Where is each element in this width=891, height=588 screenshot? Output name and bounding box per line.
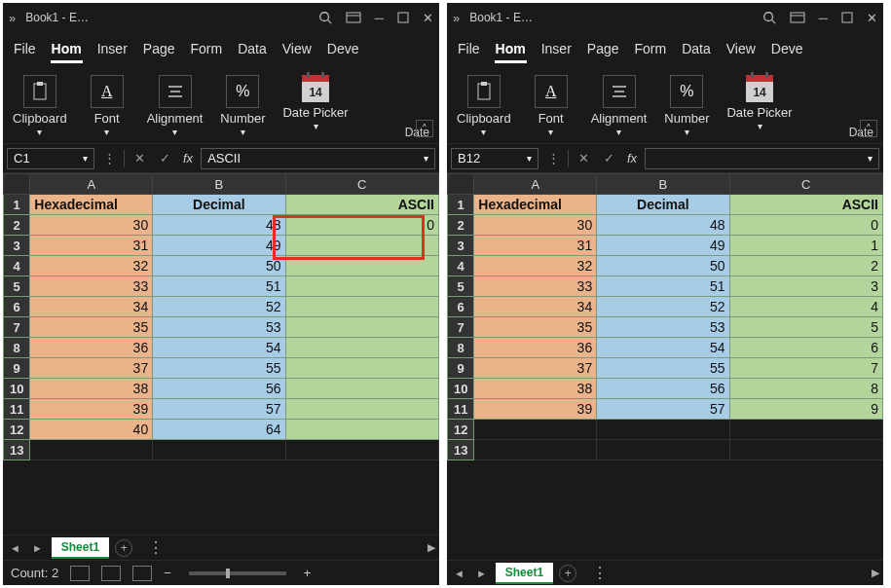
cell[interactable]	[153, 440, 285, 460]
minimize-icon[interactable]: ─	[819, 11, 828, 25]
fx-icon[interactable]: fx	[623, 151, 641, 165]
cell[interactable]: 36	[30, 338, 153, 358]
cell[interactable]: 38	[474, 379, 597, 399]
cell[interactable]: 55	[153, 358, 285, 379]
chevron-down-icon[interactable]: ▾	[616, 127, 621, 137]
cell[interactable]: Hexadecimal	[30, 195, 153, 215]
maximize-icon[interactable]	[397, 12, 409, 23]
maximize-icon[interactable]	[841, 12, 853, 23]
formula-input[interactable]: ▾	[645, 148, 879, 169]
name-box[interactable]: C1▾	[7, 148, 94, 169]
tab-nav-next-icon[interactable]: ►	[473, 568, 490, 579]
spreadsheet-grid[interactable]: ABC1HexadecimalDecimalASCII2304803314914…	[447, 173, 883, 560]
cell[interactable]	[285, 379, 438, 399]
ribbon-group-number[interactable]: % Number ▾	[654, 71, 719, 141]
menu-data[interactable]: Data	[231, 37, 274, 60]
menu-file[interactable]: File	[451, 37, 487, 60]
cell[interactable]	[729, 420, 882, 440]
chevron-down-icon[interactable]: ▾	[172, 127, 177, 137]
ribbon-mode-icon[interactable]	[346, 12, 361, 23]
row-header[interactable]: 12	[4, 420, 30, 440]
cell[interactable]: 8	[729, 379, 882, 399]
minimize-icon[interactable]: ─	[375, 11, 384, 25]
more-icon[interactable]: ⋮	[98, 148, 120, 169]
menu-inser[interactable]: Inser	[535, 37, 578, 60]
row-header[interactable]: 13	[4, 440, 30, 460]
cell[interactable]: 51	[153, 276, 285, 297]
col-header-C[interactable]: C	[285, 174, 438, 195]
cell[interactable]: Decimal	[597, 195, 729, 215]
scroll-right-icon[interactable]: ▶	[872, 567, 879, 579]
fx-icon[interactable]: fx	[179, 151, 197, 165]
row-header[interactable]: 1	[4, 195, 30, 215]
menu-hom[interactable]: Hom	[489, 37, 533, 60]
chevron-down-icon[interactable]: ▾	[868, 153, 872, 164]
cell[interactable]: 1	[729, 236, 882, 256]
row-header[interactable]: 3	[448, 236, 474, 256]
cell[interactable]: 3	[729, 276, 882, 297]
cell[interactable]: 37	[474, 358, 597, 379]
row-header[interactable]: 8	[4, 338, 30, 358]
row-header[interactable]: 7	[4, 317, 30, 338]
cell[interactable]: 35	[474, 317, 597, 338]
cell[interactable]: Decimal	[153, 195, 285, 215]
cell[interactable]	[285, 276, 438, 297]
menu-deve[interactable]: Deve	[320, 37, 366, 60]
cell[interactable]: 32	[30, 256, 153, 276]
ribbon-mode-icon[interactable]	[790, 12, 805, 23]
cell[interactable]: 57	[597, 399, 729, 420]
menu-data[interactable]: Data	[675, 37, 718, 60]
chevron-down-icon[interactable]: ▾	[37, 127, 42, 137]
cell[interactable]: 9	[729, 399, 882, 420]
search-icon[interactable]	[318, 11, 332, 24]
cell[interactable]: 33	[30, 276, 153, 297]
cell[interactable]: 55	[597, 358, 729, 379]
cell[interactable]: 50	[153, 256, 285, 276]
col-header-C[interactable]: C	[729, 174, 882, 195]
cell[interactable]: 48	[597, 215, 729, 236]
zoom-slider[interactable]	[189, 571, 286, 575]
accept-formula-icon[interactable]: ✓	[154, 148, 175, 169]
cell[interactable]: 52	[153, 297, 285, 317]
cell[interactable]	[285, 297, 438, 317]
ribbon-group-clipboard[interactable]: Clipboard ▾	[451, 71, 517, 141]
more-icon[interactable]: ⋮	[592, 564, 608, 582]
cell[interactable]: 56	[597, 379, 729, 399]
chevron-down-icon[interactable]: ▾	[241, 127, 245, 137]
cell[interactable]: ASCII	[285, 195, 438, 215]
menu-hom[interactable]: Hom	[45, 37, 89, 60]
view-normal-icon[interactable]	[70, 566, 90, 581]
cell[interactable]: 57	[153, 399, 285, 420]
row-header[interactable]: 3	[4, 236, 30, 256]
ribbon-group-number[interactable]: % Number ▾	[210, 71, 275, 141]
cell[interactable]	[729, 440, 882, 460]
col-header-A[interactable]: A	[474, 174, 597, 195]
tab-nav-prev-icon[interactable]: ◄	[7, 542, 23, 554]
row-header[interactable]: 10	[4, 379, 30, 399]
chevron-down-icon[interactable]: ▾	[527, 153, 532, 164]
cell[interactable]	[285, 317, 438, 338]
cell[interactable]	[285, 420, 438, 440]
menu-form[interactable]: Form	[184, 37, 230, 60]
col-header-A[interactable]: A	[30, 174, 153, 195]
cell[interactable]: 64	[153, 420, 285, 440]
cell[interactable]: 30	[30, 215, 153, 236]
quickaccess-more-icon[interactable]: »	[453, 11, 460, 25]
cell[interactable]	[285, 338, 438, 358]
cell[interactable]: 31	[474, 236, 597, 256]
tab-nav-next-icon[interactable]: ►	[29, 542, 46, 554]
menu-file[interactable]: File	[7, 37, 43, 60]
row-header[interactable]: 1	[448, 195, 474, 215]
menu-inser[interactable]: Inser	[91, 37, 134, 60]
menu-page[interactable]: Page	[136, 37, 182, 60]
row-header[interactable]: 4	[4, 256, 30, 276]
cell[interactable]: 4	[729, 297, 882, 317]
cell[interactable]: 52	[597, 297, 729, 317]
row-header[interactable]: 11	[448, 399, 474, 420]
quickaccess-more-icon[interactable]: »	[9, 11, 16, 25]
chevron-down-icon[interactable]: ▾	[548, 127, 553, 137]
ribbon-group-font[interactable]: A Font ▾	[519, 71, 583, 141]
cell[interactable]: 48	[153, 215, 285, 236]
chevron-down-icon[interactable]: ▾	[104, 127, 109, 137]
more-icon[interactable]: ⋮	[148, 538, 164, 557]
